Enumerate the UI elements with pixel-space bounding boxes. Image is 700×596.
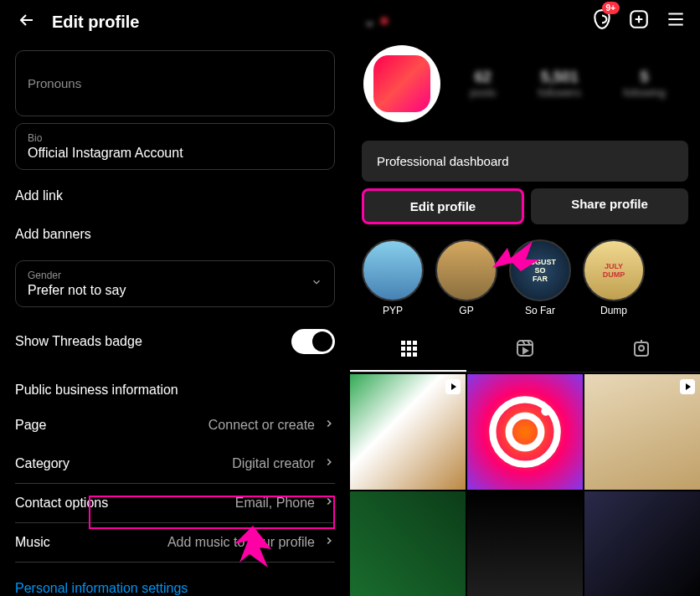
share-profile-label: Share profile: [571, 197, 648, 211]
svg-rect-4: [407, 341, 411, 345]
svg-point-16: [509, 416, 542, 449]
threads-badge-toggle[interactable]: [291, 329, 335, 354]
page-value: Connect or create: [208, 418, 315, 433]
edit-profile-header: Edit profile: [0, 0, 350, 44]
avatar-image: [373, 55, 430, 112]
svg-rect-8: [413, 347, 417, 351]
edit-profile-title: Edit profile: [52, 13, 139, 32]
tab-tagged[interactable]: [584, 330, 700, 372]
following-count: 5: [623, 69, 666, 86]
gender-field[interactable]: Gender Prefer not to say: [15, 260, 335, 307]
threads-badge-row: Show Threads badge: [0, 314, 350, 369]
highlight-cover: JULYDUMP: [583, 239, 645, 301]
post-thumbnail[interactable]: [584, 374, 700, 490]
profile-tabs: [350, 330, 700, 372]
post-thumbnail[interactable]: [467, 491, 583, 596]
gender-value: Prefer not to say: [28, 283, 126, 298]
highlight-label: GP: [435, 305, 497, 316]
followers-stat[interactable]: 5,501 followers: [538, 69, 581, 99]
chevron-right-icon: [323, 496, 335, 511]
threads-badge-label: Show Threads badge: [15, 334, 142, 349]
highlight-item[interactable]: JULYDUMP Dump: [583, 239, 645, 316]
notification-badge: 9+: [602, 2, 620, 14]
category-row[interactable]: Category Digital creator: [0, 444, 350, 483]
profile-panel: ⌄ 9+: [350, 0, 700, 596]
svg-rect-12: [517, 341, 533, 356]
followers-label: followers: [538, 86, 581, 99]
gender-label: Gender: [28, 270, 126, 281]
post-thumbnail[interactable]: [350, 374, 466, 490]
threads-icon[interactable]: 9+: [591, 8, 613, 33]
svg-rect-11: [413, 352, 417, 357]
music-label: Music: [15, 535, 50, 550]
avatar[interactable]: [363, 45, 440, 122]
tab-reels[interactable]: [466, 330, 583, 372]
following-stat[interactable]: 5 following: [623, 69, 666, 99]
toggle-knob: [312, 331, 332, 352]
highlight-label: Dump: [583, 305, 645, 316]
chevron-right-icon: [323, 535, 335, 550]
svg-rect-5: [413, 341, 417, 345]
svg-rect-6: [401, 347, 405, 351]
edit-profile-panel: Edit profile Pronouns Bio Official Insta…: [0, 0, 350, 596]
reel-badge-icon: [445, 379, 461, 394]
bio-label: Bio: [28, 132, 322, 144]
username-dropdown[interactable]: ⌄: [363, 12, 388, 30]
back-arrow-icon[interactable]: [17, 10, 37, 33]
posts-stat[interactable]: 62 posts: [470, 69, 496, 99]
public-business-info-title: Public business information: [0, 369, 350, 406]
pronouns-field[interactable]: Pronouns: [15, 50, 335, 116]
svg-point-17: [541, 407, 550, 416]
page-label: Page: [15, 418, 46, 433]
post-thumbnail[interactable]: [584, 491, 700, 596]
hamburger-menu-icon[interactable]: [665, 8, 687, 33]
category-label: Category: [15, 456, 69, 471]
pronouns-label: Pronouns: [28, 59, 322, 107]
profile-top-bar: ⌄ 9+: [350, 0, 700, 39]
annotation-arrow-icon: [234, 526, 285, 576]
highlight-item[interactable]: PYP: [362, 239, 424, 316]
contact-value: Email, Phone: [235, 496, 315, 511]
music-row[interactable]: Music Add music to your profile: [0, 523, 350, 562]
chevron-right-icon: [323, 456, 335, 471]
tab-grid[interactable]: [350, 330, 466, 372]
profile-buttons-row: Edit profile Share profile: [362, 188, 688, 224]
following-label: following: [623, 86, 666, 99]
svg-rect-13: [635, 342, 648, 356]
svg-marker-2: [492, 241, 539, 271]
bio-value: Official Instagram Account: [28, 146, 322, 161]
profile-stats-row: 62 posts 5,501 followers 5 following: [350, 39, 700, 136]
highlight-item[interactable]: GP: [435, 239, 497, 316]
chevron-right-icon: [323, 418, 335, 433]
share-profile-button[interactable]: Share profile: [531, 188, 688, 224]
personal-info-settings-link[interactable]: Personal information settings: [0, 563, 350, 596]
highlight-label: PYP: [362, 305, 424, 316]
highlight-label: So Far: [509, 305, 571, 316]
edit-profile-button[interactable]: Edit profile: [362, 188, 524, 224]
professional-dashboard-row[interactable]: Professional dashboard: [362, 141, 688, 182]
notification-dot-icon: [381, 18, 388, 24]
add-banners-row[interactable]: Add banners: [0, 215, 350, 254]
highlight-cover: [435, 239, 497, 301]
add-link-row[interactable]: Add link: [0, 177, 350, 215]
posts-count: 62: [470, 69, 496, 86]
posts-grid: [350, 374, 700, 596]
contact-label: Contact options: [15, 496, 108, 511]
page-row[interactable]: Page Connect or create: [0, 406, 350, 444]
chevron-down-icon: [311, 276, 322, 291]
svg-rect-10: [407, 352, 411, 357]
edit-profile-label: Edit profile: [410, 199, 476, 213]
svg-marker-0: [234, 526, 271, 568]
annotation-arrow-icon: [492, 234, 543, 276]
highlight-cover: [362, 239, 424, 301]
svg-point-14: [639, 346, 644, 351]
dashboard-label: Professional dashboard: [377, 154, 509, 168]
post-thumbnail[interactable]: [350, 491, 466, 596]
create-post-icon[interactable]: [628, 8, 650, 33]
posts-label: posts: [470, 86, 496, 99]
bio-field[interactable]: Bio Official Instagram Account: [15, 123, 335, 170]
contact-options-row[interactable]: Contact options Email, Phone: [0, 484, 350, 522]
svg-rect-7: [407, 347, 411, 351]
svg-rect-9: [401, 352, 405, 357]
post-thumbnail[interactable]: [467, 374, 583, 490]
